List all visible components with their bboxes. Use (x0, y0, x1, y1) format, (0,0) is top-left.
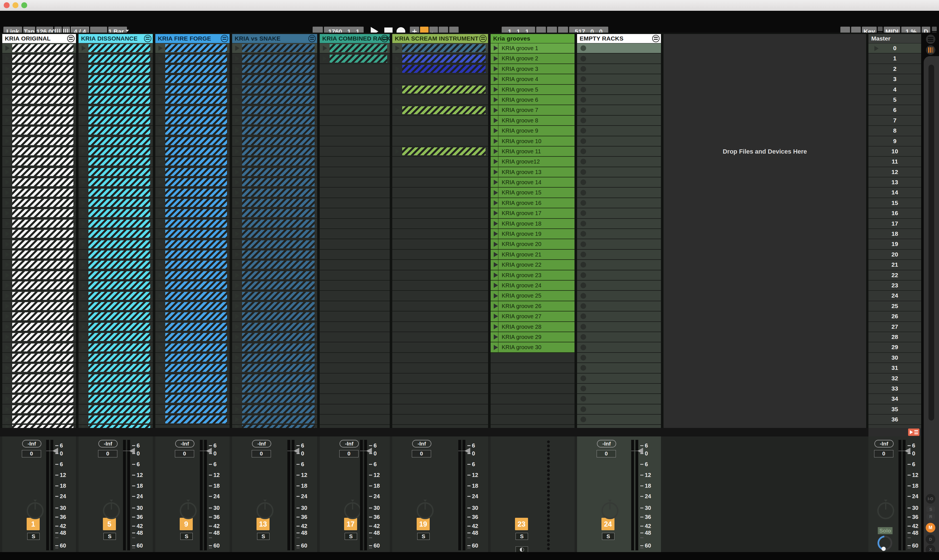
clip-slot[interactable] (2, 177, 76, 188)
clip-slot[interactable] (232, 105, 317, 115)
clip-slot[interactable] (392, 291, 488, 301)
clip[interactable]: KRIA groove 3 (491, 64, 574, 74)
clip-slot[interactable] (491, 415, 574, 425)
clip-stop-button[interactable] (580, 159, 586, 165)
clip-play-icon[interactable] (5, 262, 10, 267)
clip-play-icon[interactable] (494, 252, 498, 257)
clip-play-icon[interactable] (235, 417, 240, 422)
clip-slot[interactable] (2, 405, 76, 415)
clip-play-icon[interactable] (159, 231, 163, 236)
clip-slot[interactable] (577, 250, 661, 260)
clip-play-icon[interactable] (5, 190, 10, 195)
clip-play-icon[interactable] (396, 56, 400, 61)
drop-files-area[interactable]: Drop Files and Devices Here (663, 34, 866, 428)
clip[interactable] (88, 127, 150, 135)
clip[interactable]: KRIA groove 17 (491, 208, 574, 218)
clip[interactable] (242, 199, 315, 207)
clip[interactable]: KRIA groove 23 (491, 270, 574, 281)
zoom-window-icon[interactable] (21, 2, 27, 8)
clip[interactable] (165, 282, 227, 289)
clip-play-icon[interactable] (82, 386, 86, 391)
volume-display[interactable]: -Inf (22, 440, 42, 448)
clip-slot[interactable] (320, 363, 390, 373)
solo-button[interactable]: S (602, 533, 614, 540)
clip[interactable] (165, 333, 227, 341)
clip-slot[interactable] (2, 85, 76, 95)
clip-play-icon[interactable] (494, 293, 498, 298)
clip-slot[interactable] (320, 126, 390, 136)
master-volume-display[interactable]: -Inf (874, 440, 894, 448)
clip-play-icon[interactable] (5, 108, 10, 113)
clip-play-icon[interactable] (235, 355, 240, 360)
clip[interactable]: KRIA groove 19 (491, 229, 574, 239)
clip-play-icon[interactable] (494, 159, 498, 164)
clip-play-icon[interactable] (159, 242, 163, 247)
solo-button[interactable]: S (345, 533, 357, 540)
clip-slot[interactable] (2, 281, 76, 291)
pan-knob[interactable] (180, 502, 197, 519)
clip[interactable] (242, 65, 315, 73)
clip-slot[interactable] (155, 74, 229, 85)
clip[interactable] (12, 415, 74, 423)
clip-play-icon[interactable] (494, 324, 498, 329)
clip-slot[interactable] (577, 229, 661, 239)
clip-play-icon[interactable] (5, 231, 10, 236)
clip-slot[interactable] (320, 353, 390, 363)
clip[interactable] (88, 148, 150, 155)
clip-stop-button[interactable] (580, 128, 586, 134)
clip[interactable] (242, 127, 315, 135)
clip-slot[interactable] (577, 54, 661, 64)
clip-slot[interactable] (79, 167, 153, 177)
clip[interactable] (242, 405, 315, 413)
sends-toggle[interactable]: S (927, 506, 935, 512)
clip-slot[interactable] (232, 322, 317, 332)
clip[interactable] (242, 220, 315, 228)
clip[interactable]: KRIA groove 28 (491, 322, 574, 332)
scene-row[interactable]: 4 (868, 85, 921, 95)
clip-slot[interactable] (2, 126, 76, 136)
clip-play-icon[interactable] (494, 108, 498, 113)
clip[interactable]: KRIA groove 8 (491, 115, 574, 126)
clip-play-icon[interactable] (82, 149, 86, 154)
clip[interactable] (242, 271, 315, 279)
clip-slot[interactable] (232, 43, 317, 54)
clip[interactable] (165, 374, 227, 382)
pan-display[interactable]: 0 (252, 450, 271, 457)
clip-slot[interactable] (577, 415, 661, 425)
clip-slot[interactable] (392, 157, 488, 167)
clip-play-icon[interactable] (494, 303, 498, 309)
clip[interactable] (88, 343, 150, 351)
clip-play-icon[interactable] (235, 169, 240, 175)
scene-row[interactable]: 21 (868, 260, 921, 270)
clip[interactable] (165, 148, 227, 155)
clip[interactable] (242, 415, 315, 423)
clip-slot[interactable] (320, 394, 390, 404)
clip-slot[interactable] (577, 219, 661, 229)
clip-slot[interactable] (577, 374, 661, 384)
clip-play-icon[interactable] (82, 180, 86, 185)
clip-stop-button[interactable] (580, 66, 586, 72)
clip-slot[interactable] (392, 415, 488, 425)
clip-slot[interactable] (491, 363, 574, 373)
clip-slot[interactable] (320, 291, 390, 301)
clip-slot[interactable] (2, 136, 76, 146)
clip-slot[interactable] (2, 43, 76, 54)
track-menu-icon[interactable] (67, 35, 75, 42)
clip[interactable]: KRIA groove 15 (491, 188, 574, 198)
clip-play-icon[interactable] (235, 293, 240, 298)
clip-slot[interactable] (577, 384, 661, 394)
clip-slot[interactable] (232, 291, 317, 301)
clip[interactable] (165, 55, 227, 63)
clock-icon-button[interactable] (516, 546, 528, 552)
clip[interactable] (242, 302, 315, 310)
clip[interactable]: KRIA groove 5 (491, 85, 574, 95)
clip-slot[interactable] (320, 281, 390, 291)
scene-row[interactable]: 10 (868, 146, 921, 157)
clip[interactable]: KRIA groove 6 (491, 95, 574, 105)
clip-slot[interactable] (2, 146, 76, 157)
io-toggle[interactable]: I-O (926, 494, 935, 504)
clip-stop-button[interactable] (580, 365, 586, 371)
track-menu-icon[interactable] (381, 35, 388, 42)
clip-play-icon[interactable] (235, 334, 240, 340)
track-menu-icon[interactable] (144, 35, 151, 42)
